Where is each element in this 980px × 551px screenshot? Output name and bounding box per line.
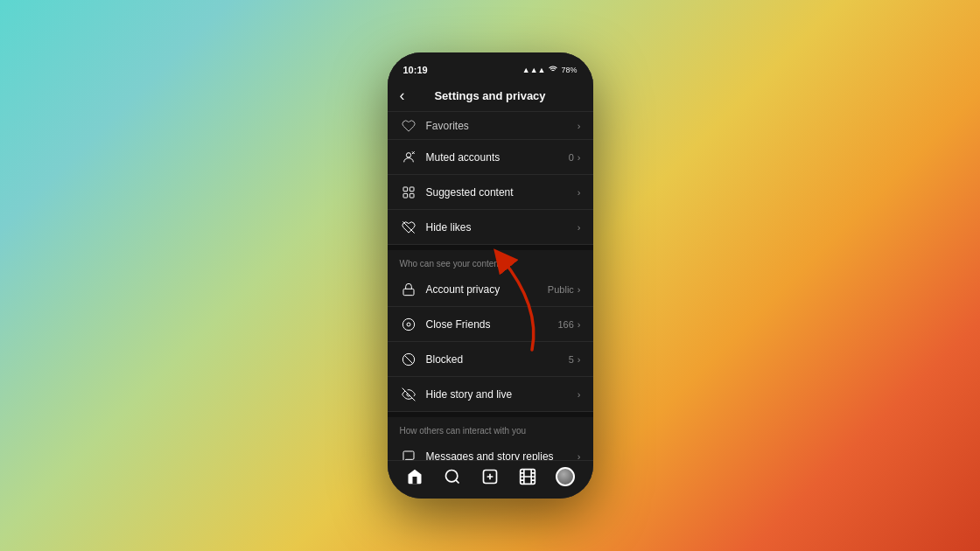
hide-likes-icon xyxy=(400,219,417,236)
settings-content: Favorites › Muted accounts 0 › Suggested… xyxy=(388,112,593,460)
svg-point-9 xyxy=(402,318,414,330)
messages-story-label: Messages and story replies xyxy=(426,450,578,461)
muted-accounts-item[interactable]: Muted accounts 0 › xyxy=(388,140,593,175)
muted-accounts-label: Muted accounts xyxy=(426,151,569,164)
chevron-icon: › xyxy=(578,451,581,461)
chevron-icon: › xyxy=(578,187,581,198)
chevron-icon: › xyxy=(578,354,581,365)
account-privacy-item[interactable]: Account privacy Public › xyxy=(388,272,593,307)
svg-point-22 xyxy=(446,470,458,481)
settings-header: ‹ Settings and privacy xyxy=(388,80,593,112)
chevron-icon: › xyxy=(578,222,581,233)
svg-rect-3 xyxy=(403,187,408,192)
account-privacy-value: Public xyxy=(548,284,574,295)
svg-rect-6 xyxy=(410,193,414,198)
battery-icon: 78% xyxy=(561,66,577,74)
blocked-icon xyxy=(400,351,417,368)
svg-rect-4 xyxy=(410,187,414,192)
hide-likes-item[interactable]: Hide likes › xyxy=(388,210,593,245)
list-item[interactable]: Favorites › xyxy=(388,112,593,140)
status-time: 10:19 xyxy=(403,65,428,75)
svg-rect-5 xyxy=(403,193,408,198)
how-others-label: How others can interact with you xyxy=(388,417,593,439)
svg-line-12 xyxy=(404,355,412,363)
hide-likes-label: Hide likes xyxy=(426,221,578,234)
close-friends-item[interactable]: Close Friends 166 › xyxy=(388,307,593,342)
nav-add[interactable] xyxy=(474,461,506,492)
chevron-icon: › xyxy=(578,121,581,131)
header-title: Settings and privacy xyxy=(434,89,545,102)
suggested-icon xyxy=(400,184,417,201)
account-privacy-label: Account privacy xyxy=(426,283,548,296)
suggested-content-item[interactable]: Suggested content › xyxy=(388,175,593,210)
nav-reels[interactable] xyxy=(512,461,543,492)
phone-frame: 10:19 ▲▲▲ 78% ‹ Settings and privacy Fav… xyxy=(388,52,593,499)
muted-icon xyxy=(400,149,417,166)
status-icons: ▲▲▲ 78% xyxy=(522,65,578,75)
blocked-label: Blocked xyxy=(426,353,569,366)
hide-story-item[interactable]: Hide story and live › xyxy=(388,377,593,412)
lock-icon xyxy=(400,281,417,298)
status-bar: 10:19 ▲▲▲ 78% xyxy=(388,52,593,80)
chevron-icon: › xyxy=(578,152,581,163)
nav-search[interactable] xyxy=(437,461,468,492)
hide-story-icon xyxy=(400,386,417,403)
close-friends-value: 166 xyxy=(557,319,573,330)
chevron-icon: › xyxy=(578,319,581,330)
messages-icon xyxy=(400,448,417,461)
chevron-icon: › xyxy=(578,389,581,400)
close-friends-icon xyxy=(400,316,417,333)
svg-rect-8 xyxy=(403,289,414,295)
who-can-see-label: Who can see your content xyxy=(388,250,593,272)
nav-profile[interactable] xyxy=(550,461,581,492)
messages-story-item[interactable]: Messages and story replies › xyxy=(388,439,593,460)
favorites-label: Favorites xyxy=(426,120,578,132)
svg-line-23 xyxy=(456,479,459,483)
svg-point-10 xyxy=(407,323,410,326)
back-button[interactable]: ‹ xyxy=(400,87,405,105)
signal-icon: ▲▲▲ xyxy=(522,66,546,74)
suggested-content-label: Suggested content xyxy=(426,186,578,199)
muted-accounts-value: 0 xyxy=(569,152,574,163)
favorites-icon xyxy=(400,117,417,135)
hide-story-label: Hide story and live xyxy=(426,388,578,401)
profile-avatar xyxy=(556,467,575,486)
blocked-value: 5 xyxy=(569,354,574,365)
blocked-item[interactable]: Blocked 5 › xyxy=(388,342,593,377)
chevron-icon: › xyxy=(578,284,581,295)
wifi-icon xyxy=(549,65,557,75)
close-friends-label: Close Friends xyxy=(426,318,558,331)
nav-home[interactable] xyxy=(399,461,430,492)
svg-point-0 xyxy=(406,152,410,157)
bottom-nav xyxy=(388,460,593,499)
